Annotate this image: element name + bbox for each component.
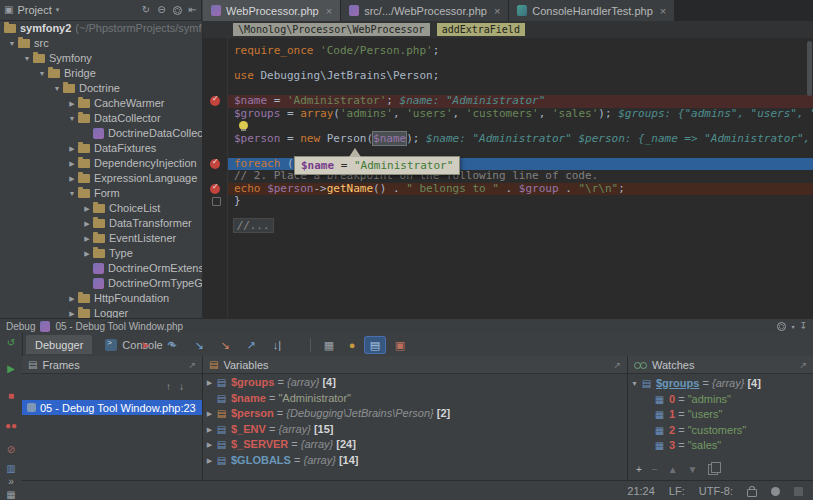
- tree-item-doctrineormextens[interactable]: DoctrineOrmExtens: [0, 261, 202, 276]
- mute-breakpoints-icon[interactable]: ●: [342, 337, 362, 353]
- tree-item-doctrinedatacollec[interactable]: DoctrineDataCollec: [0, 126, 202, 141]
- move-watch-down-icon[interactable]: ▼: [688, 464, 698, 475]
- variable-row-name[interactable]: ▤$name = "Administrator": [203, 391, 627, 407]
- variable-row-person[interactable]: ▶▤$person = {Debugging\JetBrains\Person}…: [203, 406, 627, 422]
- project-dropdown-caret-icon[interactable]: ▾: [56, 5, 60, 15]
- tree-expanded-arrow-icon[interactable]: ▼: [21, 51, 33, 66]
- tree-collapsed-arrow-icon[interactable]: ▶: [66, 156, 78, 171]
- tab-close-icon[interactable]: ×: [660, 5, 666, 17]
- expand-arrow-icon[interactable]: ▶: [203, 453, 216, 469]
- watch-array-item-2[interactable]: ▦2 = "customers": [628, 423, 813, 439]
- code-line-1[interactable]: require_once 'Code/Person.php';: [228, 45, 813, 58]
- debug-settings-gear-icon[interactable]: [777, 322, 786, 331]
- evaluate-expression-icon[interactable]: ▦: [319, 337, 339, 353]
- tree-item-form[interactable]: ▼Form: [0, 186, 202, 201]
- tree-item-choicelist[interactable]: ▶ChoiceList: [0, 201, 202, 216]
- tree-item-expressionlanguage[interactable]: ▶ExpressionLanguage: [0, 171, 202, 186]
- code-line-13[interactable]: }: [228, 195, 813, 208]
- tree-collapsed-arrow-icon[interactable]: ▶: [66, 291, 78, 306]
- readonly-lock-icon[interactable]: [747, 489, 757, 497]
- tree-item-httpfoundation[interactable]: ▶HttpFoundation: [0, 291, 202, 306]
- tree-item-doctrine[interactable]: ▼Doctrine: [0, 81, 202, 96]
- float-panel-icon[interactable]: ↗: [613, 360, 621, 370]
- tree-item-doctrineormtypeg[interactable]: DoctrineOrmTypeG: [0, 276, 202, 291]
- tree-expanded-arrow-icon[interactable]: ▼: [66, 186, 78, 201]
- tree-collapsed-arrow-icon[interactable]: ▶: [66, 306, 78, 318]
- mute-breakpoints-side-icon[interactable]: ⊘: [0, 444, 22, 456]
- restore-layout-icon[interactable]: ▥: [0, 463, 22, 475]
- code-line-15[interactable]: //...: [228, 220, 813, 233]
- code-line-14[interactable]: [228, 208, 813, 221]
- step-into-icon[interactable]: ↘: [189, 337, 209, 353]
- rerun-icon[interactable]: ↺: [0, 337, 22, 349]
- fold-marker-icon[interactable]: [212, 197, 221, 206]
- inspections-profile-icon[interactable]: [771, 487, 780, 496]
- editor-pane[interactable]: \Monolog\Processor\WebProcessor addExtra…: [203, 21, 813, 318]
- code-line-8[interactable]: $person = new Person($name); $name: "Adm…: [228, 133, 813, 146]
- project-panel-title[interactable]: Project: [17, 4, 51, 16]
- tree-collapsed-arrow-icon[interactable]: ▶: [81, 246, 93, 261]
- step-over-icon[interactable]: ↷: [162, 337, 182, 353]
- editor-scrollbar[interactable]: [807, 41, 812, 96]
- collapse-arrow-icon[interactable]: ▼: [628, 376, 641, 392]
- watch-array-item-0[interactable]: ▦0 = "admins": [628, 392, 813, 408]
- force-step-into-icon[interactable]: ↘: [215, 337, 235, 353]
- frame-navigation-arrows[interactable]: ↑↓: [166, 381, 192, 392]
- variable-row-server[interactable]: ▶▤$_SERVER = {array} [24]: [203, 437, 627, 453]
- tree-collapsed-arrow-icon[interactable]: ▶: [81, 231, 93, 246]
- tree-item-bridge[interactable]: ▼Bridge: [0, 66, 202, 81]
- tree-root[interactable]: symfony2(~/PhpstormProjects/symfo: [0, 21, 202, 36]
- tree-item-datacollector[interactable]: ▼DataCollector: [0, 111, 202, 126]
- code-line-3[interactable]: use Debugging\JetBrains\Person;: [228, 70, 813, 83]
- expand-arrow-icon[interactable]: ▶: [203, 375, 216, 391]
- variable-row-globals[interactable]: ▶▤$GLOBALS = {array} [14]: [203, 453, 627, 469]
- tab-close-icon[interactable]: ×: [326, 5, 332, 17]
- editor-tab-consolehandlertest-php[interactable]: ConsoleHandlerTest.php×: [509, 0, 675, 21]
- variable-row-env[interactable]: ▶▤$_ENV = {array} [15]: [203, 422, 627, 438]
- add-watch-icon[interactable]: +: [636, 464, 642, 475]
- editor-tab-src-webprocessor-php[interactable]: src/.../WebProcessor.php×: [341, 0, 509, 21]
- tree-item-symfony[interactable]: ▼Symfony: [0, 51, 202, 66]
- tree-expanded-arrow-icon[interactable]: ▼: [66, 111, 78, 126]
- watch-row-groups[interactable]: ▼▤$groups = {array} [4]: [628, 376, 813, 392]
- close-session-icon[interactable]: ▣: [390, 337, 410, 353]
- debug-tab-debugger[interactable]: Debugger: [26, 335, 92, 354]
- expand-arrow-icon[interactable]: ▶: [203, 422, 216, 438]
- debug-settings-caret-icon[interactable]: ▾: [791, 323, 794, 330]
- hide-debug-window-icon[interactable]: ↧: [799, 321, 807, 331]
- float-panel-icon[interactable]: ↗: [799, 360, 807, 370]
- tree-expanded-arrow-icon[interactable]: ▼: [36, 66, 48, 81]
- layout-settings-icon[interactable]: ▤: [365, 337, 385, 353]
- float-panel-icon[interactable]: ↗: [188, 360, 196, 370]
- expand-arrow-icon[interactable]: ▶: [203, 406, 216, 422]
- encoding-selector[interactable]: UTF-8:: [699, 485, 733, 497]
- sync-icon[interactable]: ↻: [142, 5, 150, 15]
- code-line-6[interactable]: $groups = array('admins', 'users', 'cust…: [228, 108, 813, 121]
- resume-icon[interactable]: ▶: [0, 363, 22, 375]
- tree-collapsed-arrow-icon[interactable]: ▶: [66, 96, 78, 111]
- tree-item-logger[interactable]: ▶Logger: [0, 306, 202, 318]
- tree-expanded-arrow-icon[interactable]: ▼: [6, 36, 18, 51]
- tree-item-dependencyinjection[interactable]: ▶DependencyInjection: [0, 156, 202, 171]
- line-ending-selector[interactable]: LF:: [669, 485, 685, 497]
- duplicate-watch-icon[interactable]: [708, 464, 718, 475]
- tree-item-datatransformer[interactable]: ▶DataTransformer: [0, 216, 202, 231]
- breakpoint-icon[interactable]: [210, 159, 220, 169]
- breakpoint-icon[interactable]: [210, 96, 220, 106]
- expand-arrow-icon[interactable]: ▶: [203, 437, 216, 453]
- tree-collapsed-arrow-icon[interactable]: ▶: [66, 141, 78, 156]
- breadcrumb-class-chip[interactable]: \Monolog\Processor\WebProcessor: [233, 23, 430, 36]
- intention-bulb-icon[interactable]: [239, 121, 248, 130]
- breadcrumb-method-chip[interactable]: addExtraField: [437, 23, 525, 36]
- tree-collapsed-arrow-icon[interactable]: ▶: [66, 171, 78, 186]
- tree-item-type[interactable]: ▶Type: [0, 246, 202, 261]
- selected-frame-row[interactable]: 05 - Debug Tool Window.php:23: [22, 400, 202, 415]
- variable-row-groups[interactable]: ▶▤$groups = {array} [4]: [203, 375, 627, 391]
- run-to-cursor-icon[interactable]: ↓|: [267, 337, 287, 353]
- evaluate-side-icon[interactable]: ▦: [0, 489, 22, 500]
- tree-expanded-arrow-icon[interactable]: ▼: [51, 81, 63, 96]
- step-out-icon[interactable]: ↗: [241, 337, 261, 353]
- collapse-all-icon[interactable]: ⊖: [157, 5, 165, 15]
- watch-array-item-1[interactable]: ▦1 = "users": [628, 407, 813, 423]
- breakpoint-icon[interactable]: [210, 184, 220, 194]
